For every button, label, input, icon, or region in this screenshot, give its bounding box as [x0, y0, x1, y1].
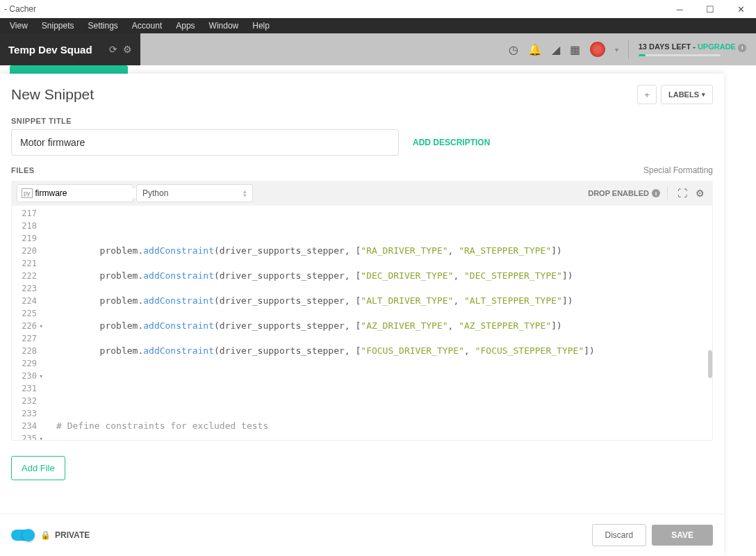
add-file-button[interactable]: Add File	[11, 456, 65, 480]
snippet-title-label: SNIPPET TITLE	[0, 111, 724, 129]
menu-snippets[interactable]: Snippets	[35, 19, 81, 33]
panel-footer: 🔒 PRIVATE Discard SAVE	[0, 514, 724, 556]
sidebar-header: Temp Dev Squad ⟳ ⚙	[0, 33, 140, 65]
timer-icon[interactable]: ◷	[509, 43, 518, 56]
private-label: PRIVATE	[55, 530, 90, 540]
refresh-icon[interactable]: ⟳	[109, 44, 117, 55]
drop-enabled-status: DROP ENABLED i	[588, 189, 660, 197]
scrollbar[interactable]	[708, 350, 712, 378]
menu-help[interactable]: Help	[245, 19, 277, 33]
add-label-button[interactable]: +	[637, 85, 657, 104]
files-label: FILES	[11, 166, 643, 174]
menubar: View Snippets Settings Account Apps Wind…	[0, 18, 756, 33]
discard-button[interactable]: Discard	[592, 524, 647, 546]
rss-icon[interactable]: ◢	[552, 43, 560, 56]
menu-account[interactable]: Account	[125, 19, 169, 33]
menu-apps[interactable]: Apps	[169, 19, 202, 33]
new-snippet-panel: New Snippet + LABELS▾ SNIPPET TITLE ADD …	[0, 74, 724, 556]
gear-icon[interactable]: ⚙	[123, 44, 132, 55]
chevron-down-icon[interactable]: ▾	[615, 46, 618, 54]
info-icon[interactable]: i	[652, 189, 660, 197]
menu-settings[interactable]: Settings	[81, 19, 125, 33]
panel-title: New Snippet	[11, 86, 637, 103]
avatar[interactable]	[590, 42, 605, 57]
save-button[interactable]: SAVE	[652, 525, 713, 546]
filename-input[interactable]	[35, 188, 140, 198]
gear-icon[interactable]: ⚙	[693, 188, 707, 199]
fullscreen-icon[interactable]: ⛶	[675, 188, 690, 199]
labels-button[interactable]: LABELS▾	[661, 85, 713, 104]
bell-icon[interactable]: 🔔	[528, 43, 542, 56]
file-toolbar: py Python ▴▾ DROP ENABLED i ⛶ ⚙	[11, 181, 713, 206]
chevron-updown-icon: ▴▾	[243, 189, 247, 197]
menu-window[interactable]: Window	[202, 19, 246, 33]
close-button[interactable]: ✕	[725, 0, 756, 18]
window-title: - Cacher	[4, 4, 36, 14]
code-content[interactable]: problem.addConstraint(driver_supports_st…	[41, 206, 712, 440]
titlebar: - Cacher ─ ☐ ✕	[0, 0, 756, 18]
special-formatting-link[interactable]: Special Formatting	[643, 165, 713, 175]
trial-progress	[639, 54, 721, 56]
minimize-button[interactable]: ─	[664, 0, 695, 18]
menu-view[interactable]: View	[3, 19, 35, 33]
maximize-button[interactable]: ☐	[695, 0, 725, 18]
trial-status[interactable]: 13 DAYS LEFT - UPGRADE i	[639, 42, 746, 56]
language-select[interactable]: Python ▴▾	[136, 184, 253, 202]
lock-icon: 🔒	[40, 530, 51, 540]
topbar: Temp Dev Squad ⟳ ⚙ ◷ 🔔 ◢ ▦ ▾ 13 DAYS LEF…	[0, 33, 756, 65]
add-description-button[interactable]: ADD DESCRIPTION	[413, 138, 490, 147]
apps-grid-icon[interactable]: ▦	[570, 43, 580, 56]
code-editor[interactable]: 217 218 219 220 221 222 223 224 225 226 …	[11, 206, 713, 441]
private-toggle[interactable]	[11, 530, 33, 541]
filename-input-wrap[interactable]: py	[17, 184, 133, 202]
team-name[interactable]: Temp Dev Squad	[8, 44, 104, 56]
snippet-title-input[interactable]	[11, 129, 399, 156]
filetype-icon: py	[22, 188, 33, 198]
info-icon: i	[738, 44, 746, 52]
gutter: 217 218 219 220 221 222 223 224 225 226 …	[12, 206, 41, 440]
